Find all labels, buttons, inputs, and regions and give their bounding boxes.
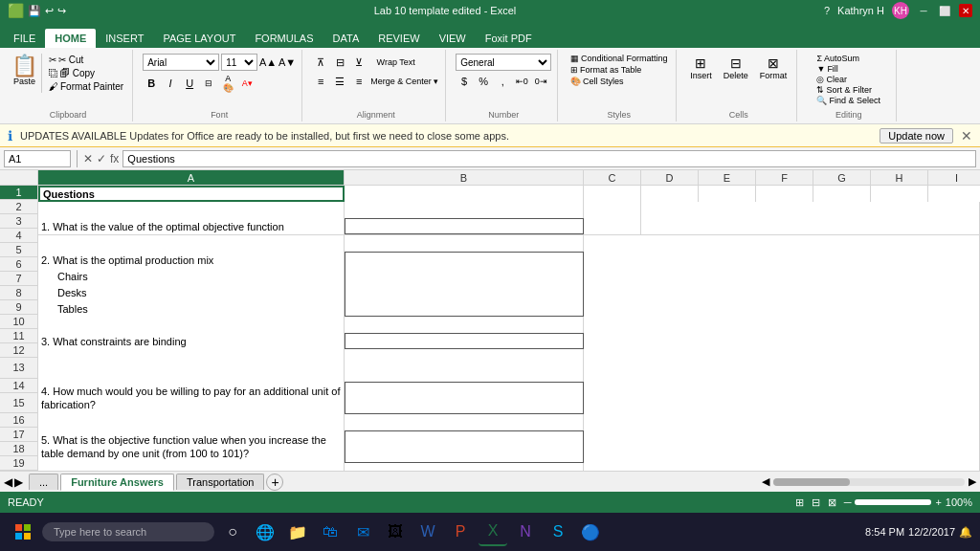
cell-c7[interactable]: [584, 284, 980, 300]
cell-d1[interactable]: [641, 186, 699, 202]
help-icon[interactable]: ?: [824, 5, 830, 16]
format-painter-button[interactable]: 🖌 Format Painter: [46, 80, 126, 93]
scroll-left-btn[interactable]: ◀: [762, 475, 769, 488]
cell-a16[interactable]: [38, 463, 345, 471]
cancel-formula-icon[interactable]: ✕: [83, 152, 93, 165]
fill-color-button[interactable]: A🎨: [219, 75, 236, 92]
increase-font-btn[interactable]: A▲: [259, 54, 277, 71]
row-header-1[interactable]: 1: [0, 186, 38, 200]
row-header-9[interactable]: 9: [0, 300, 38, 315]
copy-button[interactable]: ⿻🗐 Copy: [46, 67, 126, 79]
row-header-12[interactable]: 12: [0, 343, 38, 358]
sort-filter-btn[interactable]: ⇅ Sort & Filter: [816, 85, 872, 95]
taskbar-word-icon[interactable]: W: [413, 518, 442, 546]
row-header-16[interactable]: 16: [0, 413, 38, 428]
cell-e1[interactable]: [699, 186, 756, 202]
tab-data[interactable]: DATA: [323, 29, 369, 48]
cell-styles-btn[interactable]: 🎨 Cell Styles: [570, 77, 624, 86]
close-btn[interactable]: ✕: [959, 4, 972, 17]
cell-a4[interactable]: [38, 235, 345, 252]
tab-insert[interactable]: INSERT: [96, 29, 153, 48]
cell-b4[interactable]: [345, 235, 584, 252]
conditional-formatting-btn[interactable]: ▦ Conditional Formatting: [570, 54, 668, 63]
restore-btn[interactable]: ⬜: [938, 4, 951, 17]
cell-reference-box[interactable]: [4, 150, 71, 167]
row-header-7[interactable]: 7: [0, 272, 38, 286]
row-header-14[interactable]: 14: [0, 379, 38, 393]
cell-b15[interactable]: [345, 430, 584, 463]
format-btn[interactable]: ⊠ Format: [756, 54, 791, 82]
bold-button[interactable]: B: [143, 75, 160, 92]
taskbar-mail-icon[interactable]: ✉: [348, 518, 377, 546]
cell-d3[interactable]: [641, 218, 980, 234]
col-header-h[interactable]: H: [871, 170, 928, 185]
prev-sheet-btn[interactable]: ◀: [4, 475, 12, 489]
row-header-6[interactable]: 6: [0, 257, 38, 272]
cell-g1[interactable]: [813, 186, 871, 202]
taskbar-powerpoint-icon[interactable]: P: [446, 518, 475, 546]
row-header-5[interactable]: 5: [0, 243, 38, 257]
row-header-10[interactable]: 10: [0, 315, 38, 329]
align-center-btn[interactable]: ☰: [331, 73, 348, 90]
cell-a1[interactable]: Questions: [38, 186, 345, 202]
col-header-c[interactable]: C: [584, 170, 641, 185]
percent-btn[interactable]: %: [475, 73, 492, 90]
cell-b13[interactable]: [345, 382, 584, 414]
font-name-select[interactable]: Arial: [143, 54, 219, 71]
cell-f1[interactable]: [756, 186, 813, 202]
fill-btn[interactable]: ▼ Fill: [816, 64, 837, 74]
cell-c8[interactable]: [584, 300, 980, 317]
zoom-slider-track[interactable]: [855, 499, 931, 505]
minimize-btn[interactable]: ─: [917, 4, 930, 17]
align-top-btn[interactable]: ⊼: [312, 54, 329, 71]
cell-b2[interactable]: [345, 202, 584, 218]
taskbar-edge-icon[interactable]: 🌐: [251, 518, 279, 546]
cell-b5[interactable]: [345, 252, 584, 268]
scroll-thumb[interactable]: [773, 478, 850, 486]
cell-d2[interactable]: [641, 202, 980, 218]
row-header-3[interactable]: 3: [0, 214, 38, 229]
insert-btn[interactable]: ⊞ Insert: [686, 54, 716, 82]
cell-c11[interactable]: [584, 349, 980, 365]
start-button[interactable]: [8, 520, 38, 543]
taskbar-chrome-icon[interactable]: 🔵: [576, 518, 605, 546]
cell-c3[interactable]: [584, 218, 641, 234]
taskbar-excel-icon[interactable]: X: [479, 518, 507, 546]
cell-c15[interactable]: [584, 430, 980, 463]
scroll-right-btn[interactable]: ▶: [969, 475, 976, 488]
underline-button[interactable]: U: [181, 75, 198, 92]
col-header-i[interactable]: I: [928, 170, 980, 185]
sheet-tab-transportation[interactable]: Transportation: [176, 474, 265, 490]
cell-c2[interactable]: [584, 202, 641, 218]
row-header-11[interactable]: 11: [0, 329, 38, 343]
align-left-btn[interactable]: ≡: [312, 73, 329, 90]
row-header-4[interactable]: 4: [0, 229, 38, 243]
currency-btn[interactable]: $: [456, 73, 473, 90]
cell-a7[interactable]: Desks: [38, 284, 345, 300]
align-middle-btn[interactable]: ⊟: [331, 54, 348, 71]
zoom-in-btn[interactable]: +: [935, 496, 941, 508]
font-size-select[interactable]: 11: [221, 54, 257, 71]
cell-c14[interactable]: [584, 414, 980, 430]
cell-c9[interactable]: [584, 317, 980, 333]
cell-b1[interactable]: [345, 186, 584, 202]
col-header-g[interactable]: G: [813, 170, 871, 185]
update-now-button[interactable]: Update now: [880, 128, 953, 143]
cell-b8[interactable]: [345, 300, 584, 317]
cell-b14[interactable]: [345, 414, 584, 430]
cell-c10[interactable]: [584, 333, 980, 349]
row-header-19[interactable]: 19: [0, 456, 38, 471]
cell-b3[interactable]: [345, 218, 584, 234]
taskbar-explorer-icon[interactable]: 📁: [283, 518, 312, 546]
cell-c16[interactable]: [584, 463, 980, 471]
cell-b9[interactable]: [345, 317, 584, 333]
row-header-15[interactable]: 15: [0, 393, 38, 414]
cell-b16[interactable]: [345, 463, 584, 471]
col-header-f[interactable]: F: [756, 170, 813, 185]
cell-c13[interactable]: [584, 382, 980, 414]
col-header-a[interactable]: A: [38, 170, 345, 185]
tab-home[interactable]: HOME: [45, 29, 96, 48]
cell-i1[interactable]: [928, 186, 980, 202]
cell-c4[interactable]: [584, 235, 980, 252]
select-all-btn[interactable]: [0, 170, 38, 185]
